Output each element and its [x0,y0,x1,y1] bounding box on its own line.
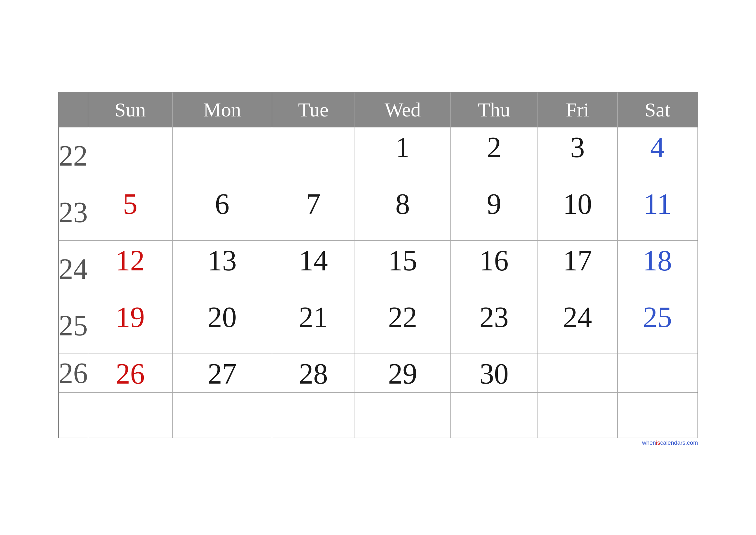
week-row: 2519202122232425 [59,297,698,354]
week-row: 23567891011 [59,184,698,241]
calendar-table: Sun Mon Tue Wed Thu Fri Sat 221234235678… [58,92,698,438]
week-number: 23 [59,184,88,241]
day-cell: 26 [88,354,173,393]
watermark-highlight: is [656,439,660,446]
day-cell: 22 [355,297,450,354]
week-row: 221234 [59,127,698,184]
day-cell: 5 [88,184,173,241]
day-cell [272,127,355,184]
empty-cell [617,393,697,438]
empty-cell [450,393,537,438]
week-number: 26 [59,354,88,393]
calendar-container: Sun Mon Tue Wed Thu Fri Sat 221234235678… [39,69,717,466]
week-row: 2412131415161718 [59,241,698,297]
day-cell [88,127,173,184]
day-cell [173,127,272,184]
header-row: Sun Mon Tue Wed Thu Fri Sat [59,92,698,127]
day-cell: 19 [88,297,173,354]
day-cell: 24 [537,297,617,354]
day-cell: 7 [272,184,355,241]
header-mon: Mon [173,92,272,127]
day-cell: 12 [88,241,173,297]
day-cell: 10 [537,184,617,241]
day-cell: 3 [537,127,617,184]
day-cell: 13 [173,241,272,297]
calendar-body: 2212342356789101124121314151617182519202… [59,127,698,438]
day-cell: 1 [355,127,450,184]
empty-cell [59,393,88,438]
week-number: 24 [59,241,88,297]
day-cell: 11 [617,184,697,241]
week-number: 22 [59,127,88,184]
day-cell: 16 [450,241,537,297]
header-sat: Sat [617,92,697,127]
day-cell: 14 [272,241,355,297]
empty-cell [537,393,617,438]
header-wed: Wed [355,92,450,127]
header-thu: Thu [450,92,537,127]
header-tue: Tue [272,92,355,127]
day-cell: 2 [450,127,537,184]
header-no [59,92,88,127]
day-cell: 4 [617,127,697,184]
empty-cell [355,393,450,438]
day-cell: 23 [450,297,537,354]
header-fri: Fri [537,92,617,127]
day-cell: 29 [355,354,450,393]
day-cell: 27 [173,354,272,393]
week-number: 25 [59,297,88,354]
day-cell: 30 [450,354,537,393]
week-row: 262627282930 [59,354,698,393]
day-cell: 8 [355,184,450,241]
day-cell: 9 [450,184,537,241]
header-sun: Sun [88,92,173,127]
empty-row [59,393,698,438]
day-cell: 25 [617,297,697,354]
day-cell [537,354,617,393]
day-cell [617,354,697,393]
day-cell: 20 [173,297,272,354]
empty-cell [173,393,272,438]
watermark: wheniscalendars.com [58,439,698,446]
empty-cell [88,393,173,438]
empty-cell [272,393,355,438]
day-cell: 17 [537,241,617,297]
day-cell: 21 [272,297,355,354]
day-cell: 18 [617,241,697,297]
day-cell: 15 [355,241,450,297]
day-cell: 6 [173,184,272,241]
day-cell: 28 [272,354,355,393]
